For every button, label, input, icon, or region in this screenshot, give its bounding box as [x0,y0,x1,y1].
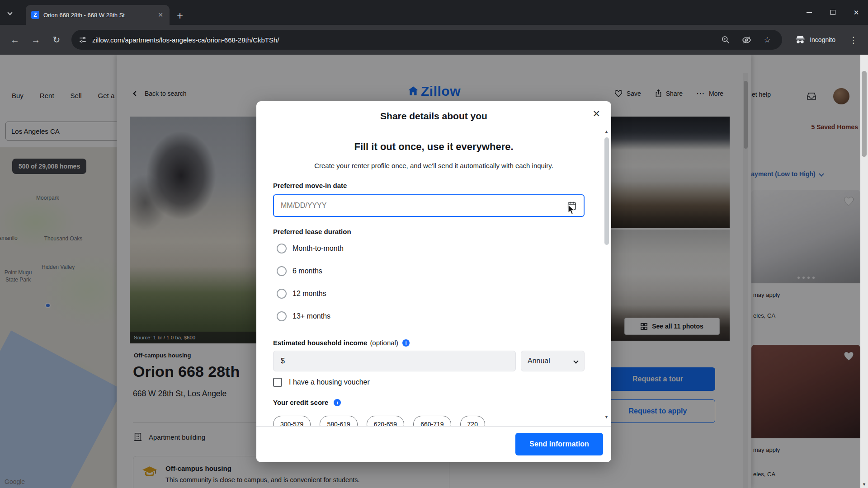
window-maximize-button[interactable] [821,0,844,25]
window-close-button[interactable]: ✕ [844,0,868,25]
browser-toolbar: ← → ↻ zillow.com/apartments/los-angeles-… [0,25,868,55]
browser-tab[interactable]: Z Orion 668 28th - 668 W 28th St ✕ [26,5,170,25]
radio-icon[interactable] [277,244,287,253]
incognito-icon [795,35,806,44]
lease-option-month-to-month[interactable]: Month-to-month [277,243,344,254]
income-input[interactable]: $ [273,351,516,371]
credit-pill[interactable]: 720 [460,416,485,426]
mouse-cursor [568,204,576,215]
move-in-date-label: Preferred move-in date [273,182,347,189]
checkbox-icon[interactable] [273,378,282,387]
income-optional-label: (optional) [370,339,398,347]
credit-pill[interactable]: 300-579 [273,416,311,426]
radio-icon[interactable] [277,266,287,276]
window-controls: ✕ [797,0,868,25]
lease-option-label: 6 months [292,267,322,275]
screen: Z Orion 668 28th - 668 W 28th St ✕ + ✕ ←… [0,0,868,488]
credit-pill[interactable]: 620-659 [367,416,404,426]
radio-icon[interactable] [277,289,287,299]
housing-voucher-label: I have a housing voucher [289,378,370,386]
close-icon: ✕ [854,9,859,17]
modal-scroll-up-icon[interactable]: ▲ [604,129,609,134]
tab-strip: Z Orion 668 28th - 668 W 28th St ✕ + ✕ [0,0,868,25]
scroll-down-arrow-icon[interactable]: ▼ [860,482,868,487]
url-text: zillow.com/apartments/los-angeles-ca/ori… [92,36,712,44]
zillow-favicon-icon: Z [31,11,39,19]
income-period-value: Annual [528,357,550,365]
chevron-down-icon [7,10,12,15]
tab-close-icon[interactable]: ✕ [156,11,165,19]
incognito-label: Incognito [810,36,835,43]
eye-off-icon[interactable] [739,35,754,45]
modal-subheading: Create your renter profile once, and we'… [256,162,611,169]
credit-score-label: Your credit score [273,399,328,406]
page-scrollbar-thumb[interactable] [862,71,867,157]
lease-option-6-months[interactable]: 6 months [277,265,322,277]
minimize-icon [807,12,812,13]
credit-pill[interactable]: 660-719 [413,416,451,426]
forward-button[interactable]: → [26,30,45,49]
modal-footer: Send information [256,426,611,462]
lease-option-label: Month-to-month [292,244,344,253]
window-minimize-button[interactable] [797,0,821,25]
info-icon[interactable]: i [402,339,410,347]
modal-scrollbar-thumb[interactable] [604,137,609,245]
move-in-date-input[interactable] [281,202,567,210]
info-icon[interactable]: i [334,399,341,406]
credit-score-label-row: Your credit score i [273,399,341,406]
tab-search-button[interactable] [8,8,12,16]
reload-button[interactable]: ↻ [47,30,66,49]
share-details-modal: Share details about you ✕ Fill it out on… [256,101,611,462]
maximize-icon [830,10,835,15]
income-label-row: Estimated household income (optional) i [273,339,410,347]
lease-option-label: 12 months [292,290,326,298]
income-prefix: $ [281,357,285,365]
back-button[interactable]: ← [5,30,24,49]
browser-menu-button[interactable]: ⋮ [844,35,863,45]
site-info-icon[interactable] [79,36,87,44]
move-in-date-field[interactable] [273,194,585,217]
modal-content: Fill it out once, use it everywhere. Cre… [256,128,611,426]
bookmark-star-icon[interactable]: ☆ [760,35,775,45]
lease-option-13-plus-months[interactable]: 13+ months [277,310,330,322]
browser-chrome: Z Orion 668 28th - 668 W 28th St ✕ + ✕ ←… [0,0,868,55]
modal-title: Share details about you [256,111,611,122]
tab-title: Orion 668 28th - 668 W 28th St [43,12,152,19]
lease-duration-label: Preferred lease duration [273,228,351,235]
new-tab-button[interactable]: + [177,10,183,21]
chevron-down-icon [573,358,578,363]
modal-close-button[interactable]: ✕ [592,108,600,119]
send-information-button[interactable]: Send information [515,433,603,455]
income-label: Estimated household income [273,339,367,347]
address-bar[interactable]: zillow.com/apartments/los-angeles-ca/ori… [71,30,782,50]
radio-icon[interactable] [277,311,287,321]
lease-option-12-months[interactable]: 12 months [277,288,326,300]
lease-option-label: 13+ months [292,312,330,320]
page-scrollbar[interactable]: ▼ [860,55,868,488]
modal-scroll-down-icon[interactable]: ▼ [604,415,609,419]
incognito-badge: Incognito [788,35,843,44]
zoom-icon[interactable] [718,35,733,44]
income-period-select[interactable]: Annual [521,351,585,371]
modal-heading: Fill it out once, use it everywhere. [256,141,611,153]
housing-voucher-row[interactable]: I have a housing voucher [273,376,370,388]
credit-pill[interactable]: 580-619 [320,416,357,426]
credit-score-options: 300-579 580-619 620-659 660-719 720 [273,416,485,426]
